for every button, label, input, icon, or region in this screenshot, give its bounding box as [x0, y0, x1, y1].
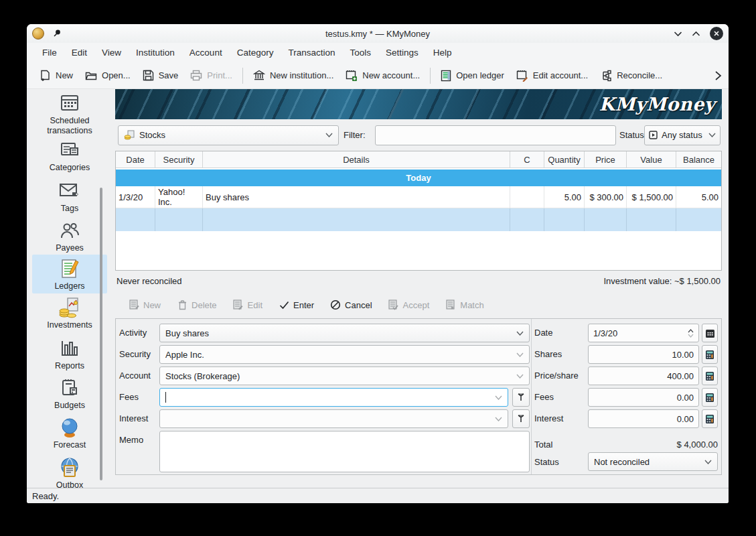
date-label: Date — [534, 328, 552, 338]
accept-transaction-button[interactable]: Accept — [383, 295, 435, 314]
chevron-down-icon — [511, 374, 524, 379]
main-content: Scheduled transactions Categories Tags P… — [27, 89, 729, 488]
maximize-button[interactable] — [692, 31, 700, 37]
sidebar-item-tags[interactable]: Tags — [32, 177, 107, 216]
today-separator-row: Today — [116, 170, 721, 186]
sidebar-item-scheduled-transactions[interactable]: Scheduled transactions — [32, 89, 107, 136]
new-transaction-button[interactable]: New — [123, 295, 166, 314]
activity-label: Activity — [119, 328, 147, 338]
menu-settings[interactable]: Settings — [378, 44, 426, 61]
budgets-icon — [60, 377, 79, 399]
titlebar[interactable]: testus.kmy * — KMyMoney — [27, 24, 729, 43]
save-button[interactable]: Save — [137, 66, 185, 85]
new-account-button[interactable]: New account... — [339, 66, 426, 86]
calculator-icon — [705, 414, 714, 424]
menu-help[interactable]: Help — [426, 44, 459, 61]
toolbar-overflow-chevron[interactable] — [714, 70, 722, 81]
fees-calculator-button[interactable] — [702, 388, 718, 407]
outbox-icon — [58, 457, 81, 478]
col-balance[interactable]: Balance — [676, 151, 721, 168]
sidebar-item-budgets[interactable]: Budgets — [32, 374, 107, 413]
interest-category-input[interactable] — [159, 409, 508, 428]
reconcile-status-selector[interactable]: Not reconciled — [588, 452, 718, 471]
open-ledger-button[interactable]: Open ledger — [435, 66, 510, 86]
account-selector-form[interactable]: Stocks (Brokerage) — [159, 366, 530, 385]
activity-selector[interactable]: Buy shares — [159, 324, 530, 342]
menu-file[interactable]: File — [35, 44, 64, 61]
chevron-down-icon — [703, 133, 716, 137]
new-file-button[interactable]: New — [33, 66, 79, 86]
form-divider — [531, 319, 532, 474]
interest-calculator-button[interactable] — [702, 409, 718, 428]
transaction-row[interactable]: 1/3/20 Yahoo! Inc. Buy shares 5.00 $ 300… — [116, 186, 721, 208]
chevron-down-icon — [320, 133, 333, 137]
open-folder-icon — [85, 70, 97, 81]
new-institution-button[interactable]: New institution... — [247, 66, 339, 85]
interest-label: Interest — [119, 413, 148, 423]
match-transaction-button[interactable]: Match — [440, 295, 489, 314]
col-price[interactable]: Price — [585, 151, 627, 168]
reconcile-button[interactable]: Reconcile... — [594, 66, 668, 86]
kmymoney-app-icon — [32, 27, 44, 40]
close-button[interactable] — [710, 27, 723, 40]
print-button[interactable]: Print... — [184, 66, 238, 85]
price-calculator-button[interactable] — [702, 366, 718, 385]
forecast-icon — [59, 417, 80, 438]
menu-account[interactable]: Account — [182, 44, 230, 61]
sidebar-item-ledgers[interactable]: Ledgers — [32, 255, 107, 293]
col-security[interactable]: Security — [155, 151, 203, 168]
chevron-down-icon — [511, 331, 524, 336]
sidebar-item-reports[interactable]: Reports — [32, 334, 107, 374]
menu-category[interactable]: Category — [230, 44, 281, 61]
menu-view[interactable]: View — [94, 44, 129, 61]
edit-account-button[interactable]: Edit account... — [510, 66, 594, 86]
interest-split-button[interactable] — [512, 409, 530, 428]
memo-input[interactable] — [159, 431, 530, 472]
sidebar-item-outbox[interactable]: Outbox — [32, 454, 107, 488]
menu-edit[interactable]: Edit — [64, 44, 94, 61]
col-value[interactable]: Value — [627, 151, 676, 168]
date-spinner[interactable] — [684, 329, 694, 338]
price-share-input[interactable]: 400.00 — [588, 366, 699, 385]
col-date[interactable]: Date — [116, 151, 155, 168]
cell-value: $ 1,500.00 — [627, 186, 676, 208]
sidebar-item-payees[interactable]: Payees — [32, 216, 107, 255]
col-quantity[interactable]: Quantity — [544, 151, 585, 168]
open-file-button[interactable]: Open... — [79, 66, 137, 85]
sidebar-scrollbar[interactable] — [100, 188, 102, 480]
new-transaction-row-selected[interactable] — [116, 208, 721, 231]
sidebar: Scheduled transactions Categories Tags P… — [32, 89, 107, 488]
new-file-icon — [40, 70, 51, 82]
security-selector[interactable]: Apple Inc. — [159, 345, 530, 364]
col-c[interactable]: C — [510, 151, 544, 168]
cancel-icon — [330, 299, 341, 310]
fees-split-button[interactable] — [512, 388, 530, 407]
status-message: Ready. — [32, 491, 59, 501]
menu-tools[interactable]: Tools — [342, 44, 378, 61]
interest-amount-input[interactable]: 0.00 — [588, 409, 699, 428]
fees-label: Fees — [119, 392, 139, 402]
date-input[interactable]: 1/3/20 — [588, 324, 699, 342]
sidebar-item-forecast[interactable]: Forecast — [32, 413, 107, 454]
menu-transaction[interactable]: Transaction — [281, 44, 342, 61]
filter-input[interactable] — [375, 125, 616, 145]
cancel-transaction-button[interactable]: Cancel — [325, 295, 377, 314]
status-filter-selector[interactable]: Any status — [644, 125, 721, 145]
chevron-down-icon — [699, 460, 712, 464]
calendar-button[interactable] — [702, 324, 718, 342]
edit-transaction-button[interactable]: Edit — [228, 295, 268, 314]
enter-transaction-button[interactable]: Enter — [273, 296, 319, 314]
shares-calculator-button[interactable] — [702, 345, 718, 364]
new-account-icon — [346, 70, 358, 82]
account-selector[interactable]: Stocks — [118, 125, 339, 145]
sidebar-item-investments[interactable]: Investments — [32, 293, 107, 334]
menu-institution[interactable]: Institution — [129, 44, 182, 61]
pin-icon[interactable] — [52, 29, 62, 38]
delete-transaction-button[interactable]: Delete — [171, 295, 222, 314]
shares-input[interactable]: 10.00 — [588, 345, 699, 364]
col-details[interactable]: Details — [203, 151, 510, 168]
fees-category-input[interactable] — [159, 388, 508, 407]
fees-amount-input[interactable]: 0.00 — [588, 388, 699, 407]
sidebar-item-categories[interactable]: Categories — [32, 136, 107, 177]
minimize-button[interactable] — [674, 31, 682, 37]
